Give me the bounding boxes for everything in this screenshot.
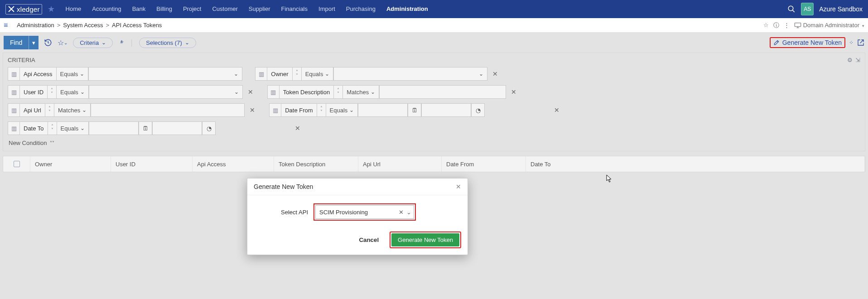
bookmark-star-icon[interactable]: ☆ [763, 22, 769, 29]
cond-date-value[interactable] [89, 121, 139, 135]
cond-label: User ID [19, 85, 47, 99]
environment-label[interactable]: Azure Sandbox [819, 5, 863, 13]
menu-toggle-icon[interactable]: ≡ [4, 21, 8, 29]
nav-billing[interactable]: Billing [151, 0, 178, 18]
nav-administration[interactable]: Administration [381, 0, 434, 18]
cond-date-value-2[interactable] [152, 121, 202, 135]
cond-handle-icon[interactable]: ▥ [269, 103, 281, 117]
calendar-icon[interactable]: 🗓 [139, 121, 152, 135]
user-avatar[interactable]: AS [801, 3, 814, 15]
find-dropdown-toggle[interactable]: ▾ [29, 36, 39, 49]
remove-cond-icon[interactable]: ✕ [294, 125, 302, 132]
crumb-sep-1: > [57, 22, 61, 29]
criteria-chip-label: Criteria [80, 39, 99, 46]
select-api-label: Select API [254, 209, 308, 216]
col-token-description[interactable]: Token Description [274, 156, 358, 172]
remove-cond-icon[interactable]: ✕ [553, 106, 561, 114]
criteria-pin-icon[interactable]: ⇲ [855, 57, 860, 63]
search-icon[interactable] [787, 5, 796, 13]
help-icon[interactable]: ⓘ [773, 21, 779, 29]
cond-handle-icon[interactable]: ▥ [255, 67, 267, 81]
clock-icon[interactable]: ◔ [471, 103, 485, 117]
col-api-access[interactable]: Api Access [193, 156, 274, 172]
cond-handle-icon[interactable]: ▥ [8, 67, 19, 81]
nav-home[interactable]: Home [60, 0, 87, 18]
cond-value-input[interactable] [88, 67, 242, 81]
clear-input-icon[interactable]: ✕ [399, 209, 404, 216]
cond-value-input[interactable] [89, 85, 243, 99]
remove-cond-icon[interactable]: ✕ [491, 70, 499, 77]
cond-date-value-2[interactable] [421, 103, 471, 117]
history-icon[interactable] [44, 39, 52, 47]
cond-op-select[interactable]: Matches [54, 103, 91, 117]
sort-toggle-icon[interactable]: ˄˅ [317, 103, 326, 117]
cond-handle-icon[interactable]: ▥ [8, 103, 19, 117]
nav-accounting[interactable]: Accounting [87, 0, 126, 18]
nav-import[interactable]: Import [313, 0, 341, 18]
col-user-id[interactable]: User ID [111, 156, 193, 172]
breadcrumb-bar: ≡ Administration > System Access > API A… [0, 18, 868, 33]
kebab-menu-icon[interactable]: ⋮ [784, 22, 790, 29]
star-dropdown-icon[interactable]: ☆⌄ [58, 39, 68, 47]
cond-op-select[interactable]: Equals [301, 67, 334, 81]
cond-op-select[interactable]: Equals [56, 85, 89, 99]
page-content-overlay: Find ▾ ☆⌄ Criteria │ Selections (7) Gene… [0, 33, 868, 299]
col-checkbox[interactable] [3, 156, 30, 172]
criteria-chip[interactable]: Criteria [73, 38, 113, 48]
crumb-1[interactable]: Administration [17, 22, 54, 29]
brand-logo[interactable]: xledger [5, 4, 42, 14]
modal-close-icon[interactable]: ✕ [456, 183, 461, 190]
col-owner[interactable]: Owner [30, 156, 111, 172]
sort-toggle-icon[interactable]: ˄˅ [45, 103, 54, 117]
nav-purchasing[interactable]: Purchasing [341, 0, 381, 18]
generate-token-link[interactable]: Generate New Token [773, 39, 842, 46]
remove-cond-icon[interactable]: ✕ [510, 88, 518, 96]
cond-op-select[interactable]: Matches [342, 85, 379, 99]
cond-value-input[interactable] [333, 67, 487, 81]
remove-cond-icon[interactable]: ✕ [248, 106, 256, 114]
cancel-button[interactable]: Cancel [354, 231, 383, 248]
pin-icon[interactable] [118, 39, 125, 46]
cond-value-input[interactable] [379, 85, 506, 99]
cond-op-select[interactable]: Equals [56, 67, 89, 81]
selections-chip[interactable]: Selections (7) [139, 38, 196, 48]
loading-indicator-icon: ⁘ [849, 39, 854, 46]
crumb-2[interactable]: System Access [63, 22, 103, 29]
crumb-3[interactable]: API Access Tokens [112, 22, 162, 29]
criteria-settings-icon[interactable]: ⚙ [847, 57, 853, 63]
find-button[interactable]: Find ▾ [4, 36, 39, 49]
cond-date-value[interactable] [358, 103, 408, 117]
sort-toggle-icon[interactable]: ˄˅ [292, 67, 301, 81]
calendar-icon[interactable]: 🗓 [408, 103, 421, 117]
role-switcher[interactable]: Domain Administrator [794, 22, 864, 29]
nav-financials[interactable]: Financials [275, 0, 313, 18]
results-table: Owner User ID Api Access Token Descripti… [3, 156, 865, 172]
col-date-from[interactable]: Date From [442, 156, 526, 172]
nav-project[interactable]: Project [178, 0, 207, 18]
cond-handle-icon[interactable]: ▥ [267, 85, 279, 99]
clock-icon[interactable]: ◔ [202, 121, 216, 135]
remove-cond-icon[interactable]: ✕ [246, 88, 255, 96]
cond-op-select[interactable]: Equals [326, 103, 358, 117]
sort-toggle-icon[interactable]: ˄˅ [48, 121, 57, 135]
nav-bank[interactable]: Bank [127, 0, 151, 18]
cond-date-from: ▥ Date From ˄˅ Equals 🗓 ◔ ✕ [269, 103, 561, 117]
cond-value-input[interactable] [91, 103, 245, 117]
cond-handle-icon[interactable]: ▥ [8, 121, 19, 135]
cond-handle-icon[interactable]: ▥ [8, 85, 19, 99]
generate-token-submit-button[interactable]: Generate New Token [391, 233, 459, 246]
col-api-url[interactable]: Api Url [358, 156, 442, 172]
find-button-label: Find [4, 36, 29, 49]
dropdown-toggle-icon[interactable]: ⌄ [406, 209, 411, 216]
sort-toggle-icon[interactable]: ˄˅ [333, 85, 342, 99]
cond-label: Date To [19, 121, 48, 135]
cond-op-select[interactable]: Equals [57, 121, 89, 135]
sort-toggle-icon[interactable]: ˄˅ [47, 85, 56, 99]
favorite-star-icon[interactable]: ★ [48, 4, 55, 14]
new-condition-button[interactable]: New Condition ˄˅ [8, 140, 860, 146]
nav-customer[interactable]: Customer [207, 0, 243, 18]
open-external-icon[interactable] [857, 39, 864, 46]
nav-supplier[interactable]: Supplier [243, 0, 276, 18]
mouse-cursor-icon [606, 174, 612, 183]
col-date-to[interactable]: Date To [526, 156, 865, 172]
